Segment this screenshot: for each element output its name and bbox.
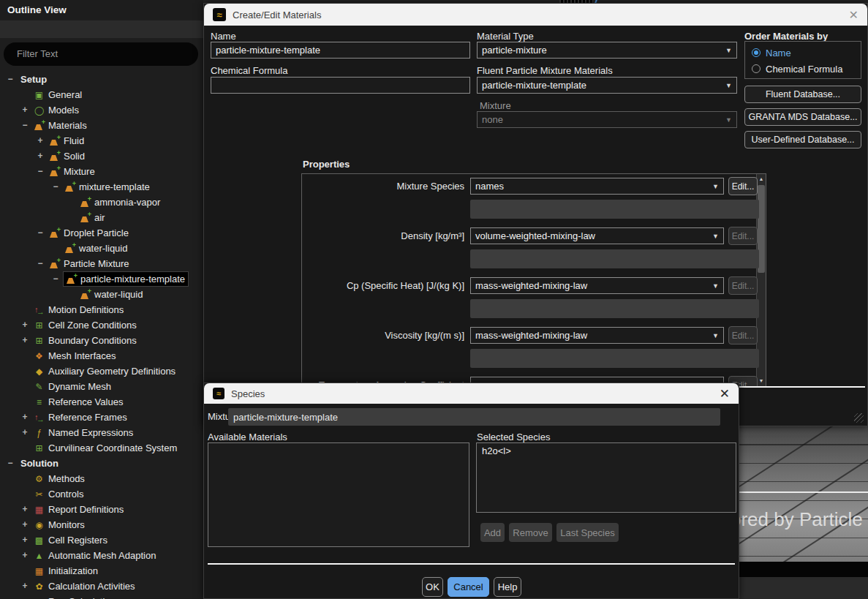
property-dropdown-mixture-species[interactable]: names▼ [470,178,724,195]
tree-item-monitors[interactable]: +◉Monitors [0,517,203,532]
tree-item-content[interactable]: ⊞Cell Zone Conditions [33,318,140,332]
tree-item-content[interactable]: ▲Automatic Mesh Adaption [33,549,159,562]
expand-icon[interactable]: + [20,579,29,594]
tree-item-controls[interactable]: ✂Controls [0,486,203,502]
scroll-down-icon[interactable]: ▼ [757,377,766,385]
tree-item-content[interactable]: ƒNamed Expressions [33,426,136,440]
tree-item-initialization[interactable]: ▦Initialization [0,563,203,579]
radio-selected-icon[interactable] [752,48,761,57]
expand-icon[interactable]: + [36,148,45,164]
expand-icon[interactable]: + [20,410,29,425]
property-dropdown-density-kg-m[interactable]: volume-weighted-mixing-law▼ [470,227,724,244]
tree-item-solution[interactable]: −Solution [0,456,203,471]
tree-item-cell-registers[interactable]: +▩Cell Registers [0,532,203,548]
tree-item-content[interactable]: ▦Initialization [33,564,101,578]
granta-mds-database-button[interactable]: GRANTA MDS Database... [744,108,861,126]
tree-item-reference-values[interactable]: ≡Reference Values [0,394,203,410]
tree-item-fluid[interactable]: +Fluid [0,133,203,148]
material-type-dropdown[interactable]: particle-mixture ▼ [477,42,737,59]
collapse-icon[interactable]: − [36,225,45,241]
property-dropdown-cp-specific-heat-j-kg-k[interactable]: mass-weighted-mixing-law▼ [470,277,724,294]
tree-item-content[interactable]: ≡Reference Values [33,395,126,409]
tree-item-run-calculation[interactable]: ◉Run Calculation [0,594,203,599]
available-materials-list[interactable] [208,442,469,547]
filter-text-input[interactable]: Filter Text [4,42,198,66]
fluent-database-button[interactable]: Fluent Database... [744,86,861,103]
tree-item-water-liquid[interactable]: water-liquid [0,287,203,302]
tree-item-water-liquid[interactable]: water-liquid [0,241,203,256]
tree-item-content[interactable]: water-liquid [79,287,146,301]
radio-icon[interactable] [752,64,761,73]
selected-species-list[interactable]: h2o<l> [476,442,736,513]
tree-item-solid[interactable]: +Solid [0,148,203,164]
tree-item-materials[interactable]: −Materials [0,118,203,133]
collapse-icon[interactable]: − [51,179,60,195]
tree-item-content[interactable]: ◉Run Calculation [33,595,118,599]
expand-icon[interactable]: + [20,517,29,532]
tree-item-content[interactable]: ✂Controls [33,487,86,501]
tree-item-mixture[interactable]: −Mixture [0,164,203,179]
tree-item-content[interactable]: ▩Cell Registers [33,533,110,547]
tree-item-content[interactable]: Droplet Particle [48,226,132,240]
tree-item-content[interactable]: ⊞Boundary Conditions [33,334,140,347]
expand-icon[interactable]: + [36,133,45,148]
tree-item-content[interactable]: Particle Mixture [48,257,132,271]
tree-item-auxiliary-geometry-definitions[interactable]: ◆Auxiliary Geometry Definitions [0,363,203,379]
property-dropdown-viscosity-kg-m-s[interactable]: mass-weighted-mixing-law▼ [470,327,724,344]
tree-item-content[interactable]: ◉Monitors [33,518,88,532]
order-by-option-chemical-formula[interactable]: Chemical Formula [745,61,861,77]
expand-icon[interactable]: + [20,425,29,440]
close-icon[interactable]: ✕ [849,8,858,22]
collapse-icon[interactable]: − [20,118,29,133]
tree-item-motion-definitions[interactable]: Motion Definitions [0,302,203,317]
tree-item-reference-frames[interactable]: +Reference Frames [0,410,203,425]
tree-item-mixture-template[interactable]: −mixture-template [0,179,203,195]
cancel-button[interactable]: Cancel [448,577,489,597]
close-icon[interactable]: ✕ [720,386,730,402]
tree-item-content[interactable]: ▣General [33,88,85,102]
tree-item-content[interactable]: ▦Report Definitions [33,502,127,516]
scroll-up-icon[interactable]: ▲ [757,175,766,184]
ok-button[interactable]: OK [422,577,443,597]
collapse-icon[interactable]: − [36,256,45,271]
tree-item-report-definitions[interactable]: +▦Report Definitions [0,502,203,517]
tree-item-calculation-activities[interactable]: +✿Calculation Activities [0,579,203,594]
collapse-icon[interactable]: − [51,271,60,287]
tree-item-content[interactable]: Motion Definitions [33,303,127,317]
tree-item-content[interactable]: mixture-template [64,180,153,194]
tree-item-content[interactable]: ✿Calculation Activities [33,579,138,593]
tree-item-content[interactable]: air [79,211,107,225]
tree-item-dynamic-mesh[interactable]: ✎Dynamic Mesh [0,379,203,394]
tree-item-models[interactable]: +◯Models [0,102,203,118]
tree-item-content[interactable]: Mixture [48,165,98,178]
expand-icon[interactable]: + [20,502,29,517]
tree-item-content[interactable]: ⚙Methods [33,472,88,486]
tree-item-setup[interactable]: −Setup [0,72,203,87]
tree-item-air[interactable]: air [0,210,203,225]
tree-item-content[interactable]: Solid [48,149,88,163]
tree-item-content[interactable]: ⊞Curvilinear Coordinate System [33,441,180,455]
name-input[interactable]: particle-mixture-template [211,42,470,59]
tree-item-curvilinear-coordinate-system[interactable]: ⊞Curvilinear Coordinate System [0,440,203,456]
tree-item-content[interactable]: ammonia-vapor [79,195,163,209]
expand-icon[interactable]: + [20,548,29,563]
tree-item-content[interactable]: ◯Models [33,103,82,117]
tree-item-boundary-conditions[interactable]: +⊞Boundary Conditions [0,333,203,348]
collapse-icon[interactable]: − [36,164,45,179]
tree-item-named-expressions[interactable]: +ƒNamed Expressions [0,425,203,440]
tree-item-content[interactable]: ❖Mesh Interfaces [33,349,119,363]
tree-item-particle-mixture[interactable]: −Particle Mixture [0,256,203,271]
tree-item-ammonia-vapor[interactable]: ammonia-vapor [0,195,203,210]
tree-item-content[interactable]: Materials [33,118,90,132]
tree-item-particle-mixture-template[interactable]: −particle-mixture-template [0,271,203,287]
tree-item-content[interactable]: Setup [20,72,50,86]
tree-item-methods[interactable]: ⚙Methods [0,471,203,486]
edit-button[interactable]: Edit... [728,177,758,195]
user-defined-database-button[interactable]: User-Defined Database... [744,131,861,148]
tree-item-content[interactable]: Reference Frames [33,410,130,424]
tree-item-selected[interactable]: particle-mixture-template [64,272,188,286]
tree-item-general[interactable]: ▣General [0,87,203,102]
expand-icon[interactable]: + [20,102,29,118]
chemical-formula-input[interactable] [211,77,470,94]
tree-item-automatic-mesh-adaption[interactable]: +▲Automatic Mesh Adaption [0,548,203,563]
